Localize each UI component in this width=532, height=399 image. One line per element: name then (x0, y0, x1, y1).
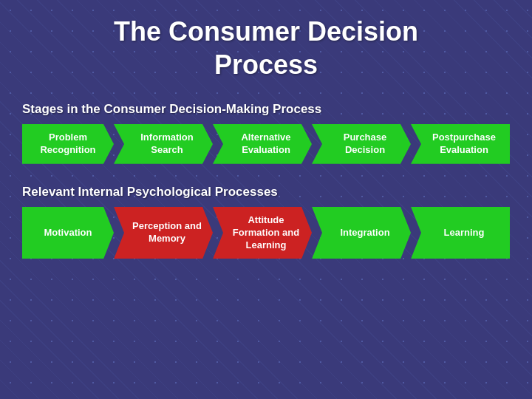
psych-perception-memory: Perception and Memory (114, 207, 213, 259)
stage-problem-recognition: Problem Recognition (22, 124, 114, 164)
main-content: The Consumer Decision Process Stages in … (0, 0, 532, 273)
psych-section-label: Relevant Internal Psychological Processe… (22, 185, 510, 200)
psych-learning: Learning (411, 207, 510, 259)
stages-section: Stages in the Consumer Decision-Making P… (22, 102, 510, 164)
psych-motivation: Motivation (22, 207, 114, 259)
title-line2: Process (214, 50, 318, 80)
stage-information-search: Information Search (114, 124, 213, 164)
psych-section: Relevant Internal Psychological Processe… (22, 185, 510, 259)
psych-integration: Integration (312, 207, 411, 259)
stage-purchase-decision: Purchase Decision (312, 124, 411, 164)
title-line1: The Consumer Decision (114, 16, 418, 47)
stage-alternative-evaluation: Alternative Evaluation (213, 124, 312, 164)
psych-attitude-formation: Attitude Formation and Learning (213, 207, 312, 259)
stages-section-label: Stages in the Consumer Decision-Making P… (22, 102, 510, 117)
psych-arrow-row: Motivation Perception and Memory Attitud… (22, 207, 510, 259)
stage-postpurchase-evaluation: Postpurchase Evaluation (411, 124, 510, 164)
stages-arrow-row: Problem Recognition Information Search A… (22, 124, 510, 164)
page-title: The Consumer Decision Process (22, 15, 510, 81)
